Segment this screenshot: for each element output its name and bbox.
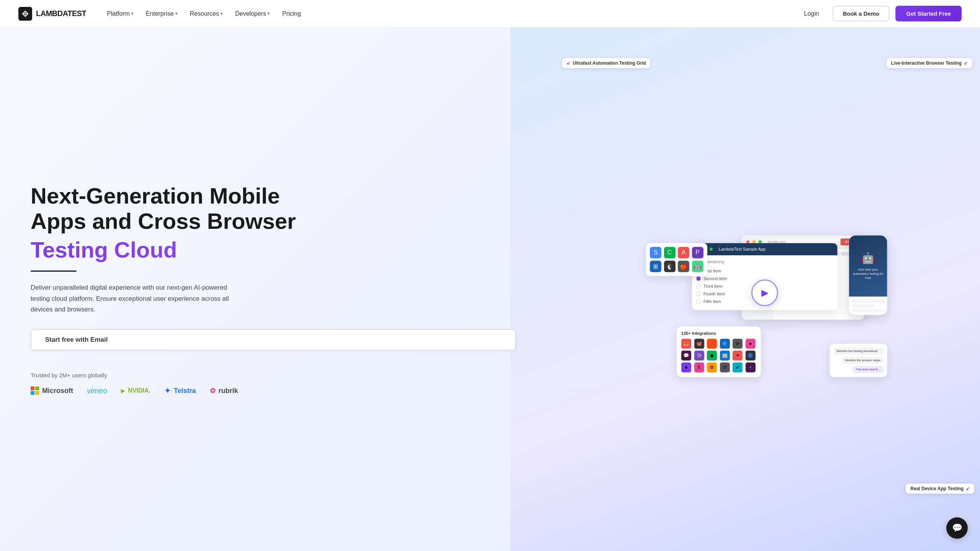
integration-icon: 🔮 bbox=[694, 350, 704, 360]
integrations-grid: 🦊 🐙 🔴 🔷 ⟳ ● 💬 🔮 ◆ 🏢 ✦ 🔵 ★ K ⚙ ↺ bbox=[681, 339, 756, 372]
integration-icon: K bbox=[694, 362, 704, 372]
device-screen: 🤖 Kick Start your Automation Testing for… bbox=[849, 235, 887, 297]
cypress-icon: C bbox=[664, 247, 675, 258]
device-cta-text: Kick Start your Automation Testing for F… bbox=[853, 267, 884, 280]
hero-title: Next-Generation Mobile Apps and Cross Br… bbox=[31, 183, 516, 234]
logo-text: LAMBDATEST bbox=[36, 9, 86, 18]
integration-icon: ✦ bbox=[733, 350, 743, 360]
linux-icon: 🐧 bbox=[664, 261, 675, 272]
integration-icon: 🐙 bbox=[694, 339, 704, 349]
card-header: LambdaTest Sample App bbox=[692, 243, 838, 255]
chevron-down-icon: ▾ bbox=[268, 11, 270, 16]
integration-icon: ⚙ bbox=[707, 362, 717, 372]
label-ultrafast: ↙ Ultrafast Automation Testing Grid bbox=[562, 58, 650, 68]
book-demo-button[interactable]: Book a Demo bbox=[833, 6, 889, 21]
chat-messages: Mention the testing framework Mention th… bbox=[834, 347, 884, 373]
hero-section: Next-Generation Mobile Apps and Cross Br… bbox=[0, 28, 980, 551]
trusted-section: Trusted by 2M+ users globally Microsoft … bbox=[31, 372, 516, 395]
device-body bbox=[849, 297, 887, 315]
hero-description: Deliver unparalleled digital experience … bbox=[31, 282, 230, 316]
card-app-title: LambdaTest Sample App bbox=[719, 247, 766, 251]
dashboard-visual: S C A P ⊞ 🐧 🍎 🤖 LambdaTest Sample App 3 bbox=[635, 205, 895, 388]
appium-icon: A bbox=[678, 247, 689, 258]
microsoft-logo: Microsoft bbox=[31, 386, 73, 395]
integrations-card: 120+ Integrations 🦊 🐙 🔴 🔷 ⟳ ● 💬 🔮 ◆ 🏢 ✦ … bbox=[677, 326, 761, 377]
robot-icon: 🤖 bbox=[861, 252, 875, 264]
integration-icon: 🔹 bbox=[745, 362, 755, 372]
arrow-icon: ↙ bbox=[966, 486, 970, 491]
integration-icon: 🦊 bbox=[681, 339, 691, 349]
integrations-title: 120+ Integrations bbox=[681, 331, 756, 336]
ai-message: Mention the testing framework bbox=[834, 347, 884, 355]
nav-developers[interactable]: Developers ▾ bbox=[230, 7, 275, 20]
nvidia-icon: ▶ bbox=[121, 388, 125, 394]
integration-icon: 💬 bbox=[681, 350, 691, 360]
nvidia-logo: ▶ NVIDIA. bbox=[121, 387, 150, 394]
chevron-down-icon: ▾ bbox=[175, 11, 178, 16]
vimeo-logo: vimeo bbox=[87, 386, 107, 395]
navbar: LAMBDATEST Platform ▾ Enterprise ▾ Resou… bbox=[0, 0, 980, 28]
mobile-device-card: 🤖 Kick Start your Automation Testing for… bbox=[849, 235, 887, 315]
chat-icon: 💬 bbox=[952, 523, 962, 533]
play-icon bbox=[761, 287, 768, 298]
arrow-icon: ↙ bbox=[567, 60, 570, 66]
chevron-down-icon: ▾ bbox=[131, 11, 134, 16]
ai-chat-card: Mention the testing framework Mention th… bbox=[830, 344, 887, 377]
telstra-logo: ✦ Telstra bbox=[164, 386, 196, 395]
hero-left: Next-Generation Mobile Apps and Cross Br… bbox=[0, 28, 539, 551]
navbar-left: LAMBDATEST Platform ▾ Enterprise ▾ Resou… bbox=[18, 7, 306, 21]
start-free-email-button[interactable]: Start free with Email bbox=[31, 329, 516, 350]
selenium-icon: S bbox=[650, 247, 662, 258]
playwright-icon: P bbox=[692, 247, 703, 258]
ai-message: Mention the product steps bbox=[842, 357, 884, 364]
nav-pricing[interactable]: Pricing bbox=[277, 7, 306, 20]
navbar-right: Login Book a Demo Get Started Free bbox=[796, 6, 962, 21]
integration-icon: ★ bbox=[681, 362, 691, 372]
arrow-icon: ↙ bbox=[964, 60, 968, 66]
label-live: Live-Interactive Browser Testing ↙ bbox=[887, 58, 973, 68]
label-device: Real Device App Testing ↙ bbox=[906, 484, 974, 494]
integration-icon: ● bbox=[745, 339, 755, 349]
logo[interactable]: LAMBDATEST bbox=[18, 7, 86, 21]
integration-icon: 🔴 bbox=[707, 339, 717, 349]
brand-logos: Microsoft vimeo ▶ NVIDIA. ✦ Telstra bbox=[31, 386, 516, 395]
card-subtitle: 3 of 5 remaining bbox=[697, 260, 833, 264]
integration-icon: 🔷 bbox=[720, 339, 730, 349]
hero-right: ↙ Ultrafast Automation Testing Grid Live… bbox=[539, 28, 980, 551]
integration-icon: ◆ bbox=[707, 350, 717, 360]
integration-icon: 🔵 bbox=[745, 350, 755, 360]
chat-button[interactable]: 💬 bbox=[946, 517, 968, 539]
rubrik-logo: ✿ rubrik bbox=[210, 386, 238, 395]
windows-icon: ⊞ bbox=[650, 261, 662, 272]
user-message: The tests that fit... bbox=[853, 366, 884, 373]
nav-links: Platform ▾ Enterprise ▾ Resources ▾ Deve… bbox=[101, 7, 306, 20]
browser-icons-card: S C A P ⊞ 🐧 🍎 🤖 bbox=[646, 243, 707, 276]
play-button[interactable] bbox=[751, 279, 778, 306]
logo-icon bbox=[18, 7, 32, 21]
test-item-1: First Item bbox=[697, 267, 833, 275]
android-icon: 🤖 bbox=[692, 261, 703, 272]
integration-icon: 🏢 bbox=[720, 350, 730, 360]
nav-resources[interactable]: Resources ▾ bbox=[185, 7, 228, 20]
hero-title-gradient: Testing Cloud bbox=[31, 237, 516, 263]
hero-divider bbox=[31, 271, 77, 272]
login-button[interactable]: Login bbox=[796, 7, 826, 21]
integration-icon: ⟳ bbox=[733, 339, 743, 349]
chevron-down-icon: ▾ bbox=[220, 11, 223, 16]
integration-icon: ↺ bbox=[720, 362, 730, 372]
telstra-icon: ✦ bbox=[164, 386, 171, 395]
nav-platform[interactable]: Platform ▾ bbox=[101, 7, 139, 20]
integration-icon: ✔ bbox=[733, 362, 743, 372]
rubrik-icon: ✿ bbox=[210, 386, 216, 395]
get-started-button[interactable]: Get Started Free bbox=[895, 6, 962, 21]
nav-enterprise[interactable]: Enterprise ▾ bbox=[140, 7, 183, 20]
apple-icon: 🍎 bbox=[678, 261, 689, 272]
trusted-label: Trusted by 2M+ users globally bbox=[31, 372, 516, 378]
microsoft-icon bbox=[31, 386, 39, 395]
